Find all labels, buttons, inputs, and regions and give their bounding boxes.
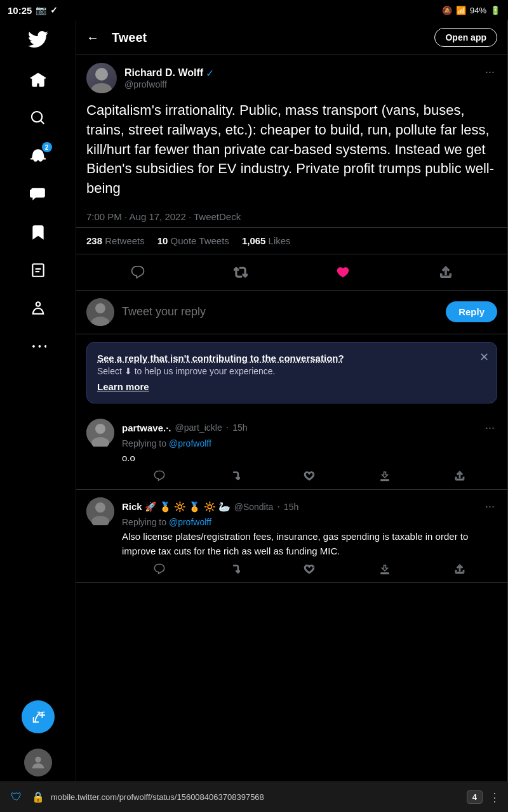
svg-point-7 [95,424,105,434]
reply-2-content: Rick 🚀 🏅 🔆 🏅 🔆 🦢 @Sondita · 15h ··· Repl… [122,497,497,575]
like-action[interactable] [328,257,358,287]
quote-tweets-stat[interactable]: 10 Quote Tweets [157,235,229,246]
reply-1-share[interactable] [454,470,465,481]
page-title: Tweet [112,30,147,45]
reply-row: Reply [76,291,507,334]
reply-2-mention[interactable]: @profwolff [169,517,211,527]
retweets-count: 238 [86,235,102,246]
banner-title: See a reply that isn't contributing to t… [97,353,486,363]
retweets-stat[interactable]: 238 Retweets [86,235,145,246]
reply-1-handle: @part_ickle [175,422,222,433]
quote-tweets-label: Quote Tweets [171,235,229,246]
back-button[interactable]: ← [86,30,99,45]
retweets-label: Retweets [105,235,145,246]
reply-1-avatar[interactable] [86,419,114,447]
likes-label: Likes [269,235,291,246]
quote-tweets-count: 10 [157,235,168,246]
sidebar-item-profile[interactable] [22,292,55,325]
sidebar-item-bookmarks[interactable] [22,216,55,249]
reply-1-replying: Replying to @profwolff [122,438,497,449]
check-icon: ✓ [50,5,58,15]
reply-1-content: partwave.·. @part_ickle · 15h ··· Replyi… [122,419,497,482]
comment-action[interactable] [123,257,153,287]
reply-2-retweet[interactable] [229,563,240,575]
reply-1-like[interactable] [304,470,315,481]
info-banner: See a reply that isn't contributing to t… [86,342,497,403]
shield-icon: 🛡 [8,789,25,806]
browser-tabs[interactable]: 4 [467,790,483,804]
verified-icon: ✓ [206,67,214,79]
reply-1-actions [122,470,497,481]
lock-icon: 🔒 [32,791,44,803]
mute-icon: 🔕 [442,6,452,15]
share-action[interactable] [431,257,461,287]
reply-1-time: 15h [232,422,247,433]
browser-menu-button[interactable]: ⋮ [489,790,500,804]
app-layout: 2 [0,20,508,782]
user-avatar[interactable] [24,749,52,776]
open-app-button[interactable]: Open app [434,28,497,47]
author-details: Richard D. Wolff ✓ @profwolff [124,67,214,89]
sidebar-item-lists[interactable] [22,254,55,287]
tweet-meta: 7:00 PM · Aug 17, 2022 · TweetDeck [76,206,507,228]
reply-1-meta: partwave.·. @part_ickle · 15h [122,422,248,433]
sidebar-item-more[interactable] [22,330,55,363]
camera-icon: 📷 [36,5,46,15]
twitter-logo[interactable] [28,29,48,52]
compose-button[interactable] [22,700,55,733]
reply-2-like[interactable] [304,563,315,575]
reply-item: partwave.·. @part_ickle · 15h ··· Replyi… [76,411,507,490]
reply-1-mention[interactable]: @profwolff [169,438,211,449]
reply-1-name: partwave.·. [122,422,171,433]
reply-2-comment[interactable] [154,563,165,575]
svg-point-0 [35,757,41,763]
reply-1-retweet[interactable] [229,470,240,481]
header-left: ← Tweet [86,30,147,45]
reply-2-download[interactable] [379,563,391,575]
reply-2-more-button[interactable]: ··· [483,497,497,516]
battery-label: 94% [470,6,486,15]
reply-2-header: Rick 🚀 🏅 🔆 🏅 🔆 🦢 @Sondita · 15h ··· [122,497,497,516]
sidebar-item-notifications[interactable]: 2 [22,140,55,173]
author-info: Richard D. Wolff ✓ @profwolff [86,63,214,93]
reply-2-avatar[interactable] [86,497,114,525]
tweet-header: ← Tweet Open app [76,20,507,55]
author-name: Richard D. Wolff [124,67,203,79]
reply-2-actions [122,563,497,575]
reply-1-download[interactable] [379,470,391,481]
reply-2-handle: @Sondita [234,502,274,512]
retweet-action[interactable] [225,257,256,287]
browser-url[interactable]: mobile.twitter.com/profwolff/status/1560… [51,792,460,802]
reply-input[interactable] [122,305,438,318]
reply-2-time: 15h [284,502,298,512]
sidebar-item-messages[interactable] [22,178,55,211]
reply-2-meta: Rick 🚀 🏅 🔆 🏅 🔆 🦢 @Sondita · 15h [122,501,298,513]
close-banner-button[interactable]: ✕ [479,350,489,364]
tweet-author-row: Richard D. Wolff ✓ @profwolff ··· [76,55,507,98]
reply-1-comment[interactable] [154,470,165,481]
likes-stat[interactable]: 1,065 Likes [242,235,291,246]
learn-more-link[interactable]: Learn more [97,381,149,392]
reply-2-name: Rick 🚀 🏅 🔆 🏅 🔆 🦢 [122,501,231,513]
battery-icon: 🔋 [490,6,500,15]
sidebar: 2 [0,20,76,782]
reply-button[interactable]: Reply [446,301,497,322]
sidebar-item-search[interactable] [22,102,55,134]
status-bar: 10:25 📷 ✓ 🔕 📶 94% 🔋 [0,0,508,20]
reply-2-replying: Replying to @profwolff [122,517,497,527]
reply-1-more-button[interactable]: ··· [483,419,497,437]
down-arrow-icon: ⬇ [124,366,132,376]
reply-item: Rick 🚀 🏅 🔆 🏅 🔆 🦢 @Sondita · 15h ··· Repl… [76,490,507,583]
status-time: 10:25 📷 ✓ [8,5,58,16]
svg-point-4 [95,303,105,313]
reply-2-share[interactable] [454,563,465,575]
notifications-badge: 2 [42,142,52,152]
author-handle: @profwolff [124,79,214,89]
author-avatar[interactable] [86,63,117,93]
browser-bar: 🛡 🔒 mobile.twitter.com/profwolff/status/… [0,782,508,812]
svg-point-2 [91,83,112,93]
reply-1-header: partwave.·. @part_ickle · 15h ··· [122,419,497,437]
sidebar-item-home[interactable] [22,63,55,96]
more-options-button[interactable]: ··· [483,63,497,81]
banner-body: Select ⬇ to help us improve your experie… [97,366,486,376]
